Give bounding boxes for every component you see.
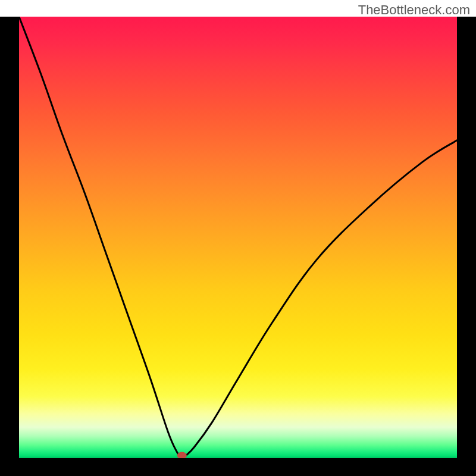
optimal-point-marker: [177, 452, 187, 458]
watermark-text: TheBottleneck.com: [358, 2, 470, 18]
chart-plot-area: [19, 17, 457, 458]
bottleneck-curve: [19, 17, 457, 458]
chart-frame: [0, 17, 476, 476]
chart-svg: [19, 17, 457, 458]
